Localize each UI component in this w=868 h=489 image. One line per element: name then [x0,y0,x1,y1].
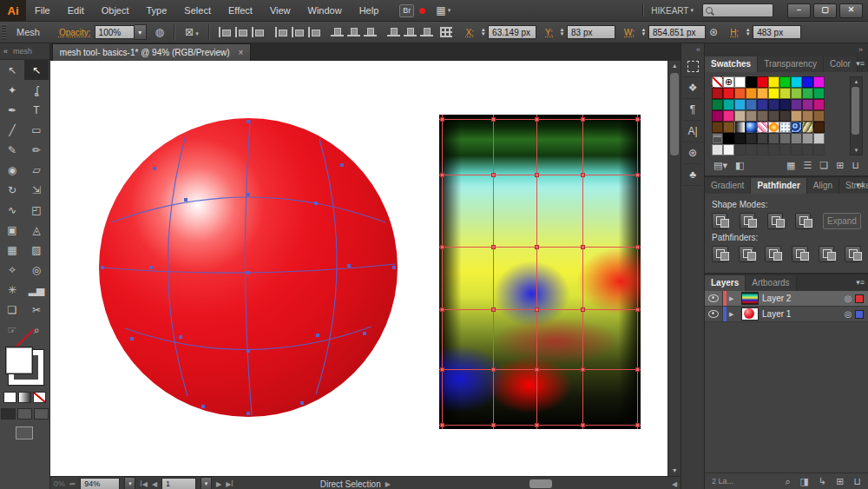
x-field[interactable]: 63.149 px [488,25,536,39]
mesh-anchor-point[interactable] [392,266,396,269]
mesh-anchor-point[interactable] [179,335,182,339]
type-tool[interactable]: T [24,100,49,120]
workspace-switcher[interactable]: HIKEART ▾ [651,6,694,16]
stepper-icon[interactable]: ▲▼ [744,25,752,39]
mesh-anchor-point[interactable] [247,193,250,196]
mesh-anchor-point[interactable] [635,173,640,177]
swatch[interactable] [791,122,802,133]
w-label[interactable]: W: [624,28,635,37]
swatch[interactable] [779,133,791,144]
swatch[interactable] [712,99,723,110]
scroll-thumb[interactable] [670,73,679,155]
swatch[interactable] [791,133,802,144]
swatch[interactable] [813,133,825,144]
swatch[interactable] [723,88,734,99]
panel-menu-icon[interactable]: ▾≡ [856,181,865,189]
scroll-up-icon[interactable]: ▲ [668,61,681,71]
document-tab[interactable]: mesh tool- basics-1* @ 94% (RGB/Preview)… [52,43,252,61]
swatch[interactable] [723,133,734,144]
menu-type[interactable]: Type [138,0,176,21]
mesh-anchor-point[interactable] [149,266,153,269]
menu-effect[interactable]: Effect [220,0,261,21]
layer-thumbnail[interactable] [741,292,759,305]
mesh-anchor-point[interactable] [247,412,250,415]
delete-swatch-icon[interactable]: ⊔ [852,160,859,171]
column-graph-tool[interactable]: ▂▅ [24,280,49,300]
swatch[interactable] [768,110,779,122]
swatch[interactable] [746,99,757,110]
mesh-anchor-point[interactable] [581,117,585,122]
zoom-tool[interactable]: ⌕ [24,320,49,340]
swatch[interactable] [791,110,802,122]
swatch[interactable] [757,110,768,122]
mesh-anchor-point[interactable] [581,423,585,427]
swatches-tab-color[interactable]: Color [824,56,858,72]
tools-collapse-button[interactable]: « [3,47,8,56]
draw-inside-button[interactable] [34,408,49,420]
visibility-toggle[interactable] [705,291,723,306]
character-panel-icon[interactable]: A| [683,121,702,142]
mesh-anchor-point[interactable] [440,173,444,177]
swatch[interactable] [723,122,734,133]
maximize-button[interactable]: ▢ [813,3,837,18]
mesh-anchor-point[interactable] [491,117,496,122]
stepper-icon[interactable]: ▲▼ [479,25,487,39]
disclosure-triangle-icon[interactable]: ▶ [729,311,738,318]
search-input[interactable] [713,5,760,17]
registration-swatch[interactable]: ⊕ [723,76,734,88]
scale-tool[interactable]: ⇲ [24,180,49,200]
minimize-button[interactable]: – [787,3,811,18]
hscroll-thumb[interactable] [529,479,552,488]
next-artboard-button[interactable]: ▶ [216,480,221,488]
menu-file[interactable]: File [26,0,59,21]
rotate-tool[interactable]: ↻ [0,180,24,200]
prev-artboard-button[interactable]: ◀ [152,480,157,488]
exclude-button[interactable] [795,213,811,229]
zoom-level-field[interactable]: 94% [80,478,120,489]
swatch[interactable] [802,99,813,110]
artboard-number-field[interactable]: 1 [161,478,196,489]
none-swatch[interactable] [712,76,723,88]
mesh-anchor-point[interactable] [581,245,585,249]
color-button[interactable] [3,392,16,403]
swatch[interactable] [757,76,768,88]
zoom-dropdown[interactable]: ▼ [124,477,135,489]
layer-target-icon[interactable]: ◎ [841,294,855,303]
list-view-icon[interactable]: ☰ [803,160,812,171]
pen-tool[interactable]: ✒ [0,100,24,120]
pencil-tool[interactable]: ✏ [24,140,49,160]
lasso-tool[interactable]: ʆ [24,80,49,100]
swatch[interactable] [712,110,723,122]
swatch[interactable] [746,76,757,88]
swatch[interactable] [813,110,825,122]
swatch[interactable] [723,99,734,110]
swatches-tab-transparency[interactable]: Transparency [758,56,824,72]
appearance-panel-icon[interactable]: ⊛ [683,142,702,164]
swatch[interactable] [768,133,779,144]
layer-selection-indicator[interactable] [855,310,864,319]
mesh-anchor-point[interactable] [201,405,205,408]
close-button[interactable]: ✕ [839,3,863,18]
selection-tool[interactable]: ↖ [0,60,24,80]
swatch[interactable] [757,122,768,133]
bridge-button[interactable]: Br [399,4,414,17]
expand-button[interactable]: Expand [823,213,861,229]
rectangle-tool[interactable]: ▭ [24,120,49,140]
swatch[interactable] [813,76,825,88]
x-label[interactable]: X: [466,28,474,37]
gradient-tool[interactable]: ▨ [24,240,49,260]
mesh-anchor-point[interactable] [581,367,585,372]
swatch[interactable] [802,88,813,99]
opacity-field[interactable]: 100% [95,25,135,39]
mesh-anchor-point[interactable] [491,307,496,312]
eraser-tool[interactable]: ▱ [24,160,49,180]
crop-button[interactable] [792,246,808,262]
eyedropper-tool[interactable]: ✧ [0,260,24,280]
scroll-down-icon[interactable]: ▼ [851,146,862,155]
red-mesh-sphere[interactable] [99,118,398,417]
mesh-anchor-point[interactable] [491,423,496,427]
swatch[interactable] [779,76,791,88]
draw-behind-button[interactable] [17,408,32,420]
swatch[interactable] [768,76,779,88]
mesh-anchor-point[interactable] [635,307,640,312]
